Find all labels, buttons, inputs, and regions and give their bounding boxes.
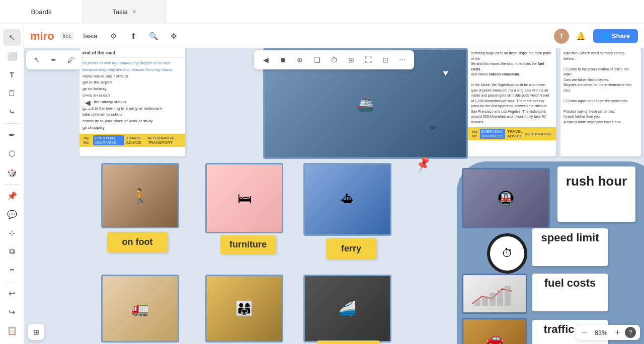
- frame-list-button[interactable]: 📋: [3, 322, 21, 339]
- fullscreen-button[interactable]: ⛶: [361, 52, 376, 67]
- pen-tool[interactable]: ✒: [3, 127, 21, 143]
- help-button[interactable]: ?: [625, 327, 636, 338]
- header: miro free Tasia ⚙ ⬆ 🔍 ✥ T 🔔 🌐 Share: [24, 24, 644, 48]
- nav-left-arrow[interactable]: ◀: [81, 96, 94, 109]
- reading-tags: my life EVERYDAY JOURNEYS TRAVEL ADVICE …: [468, 127, 556, 140]
- reading-text: is finding huge loads on these ships. th…: [468, 48, 556, 127]
- far-right-panel: adjective? Which word normally comes bef…: [560, 48, 641, 156]
- relatives-photo: 👨‍👩‍👧: [205, 275, 283, 342]
- text-edit-button[interactable]: 🖊: [63, 52, 78, 67]
- on-foot-photo: 🚶: [101, 163, 179, 228]
- tab-boards[interactable]: Boards: [0, 0, 83, 24]
- ferry-image: ⛴: [305, 164, 390, 234]
- tab-tasia[interactable]: Tasia ✕: [83, 0, 166, 24]
- ferry-photo: ⛴: [303, 163, 391, 236]
- template-tool[interactable]: ⧉: [3, 243, 21, 260]
- rush-hour-text: rush hour: [566, 174, 627, 189]
- canvas-toolbar: ◀ ⏺ ⊕ ❏ ⏱ ⊞ ⛶ ⊡ ⋯: [254, 50, 414, 69]
- fuel-costs-text: fuel costs: [544, 277, 596, 289]
- sidebar-divider-1: [5, 123, 19, 124]
- speed-dial: ⏱: [502, 247, 513, 260]
- svg-rect-2: [490, 293, 496, 306]
- traffic-photo: 🚗: [462, 318, 527, 344]
- edit-toolbar: ↖ ✒ 🖊: [26, 50, 82, 69]
- share-icon: 🌐: [601, 32, 609, 40]
- relatives-image: 👨‍👩‍👧: [207, 276, 282, 341]
- copy-button[interactable]: ❏: [309, 52, 325, 67]
- ferry-sticky: ferry: [326, 238, 376, 259]
- free-badge: free: [60, 32, 74, 40]
- dice-tool[interactable]: 🎲: [3, 164, 21, 181]
- tab-bar: Boards Tasia ✕: [0, 0, 644, 24]
- on-foot-sticky: on foot: [107, 232, 168, 252]
- svg-rect-1: [482, 296, 488, 306]
- frame-tool[interactable]: ⬜: [3, 48, 21, 64]
- text-tool[interactable]: T: [3, 66, 21, 83]
- lorry-image: 🚛: [103, 276, 178, 341]
- cursor-button[interactable]: ✥: [166, 28, 182, 44]
- close-tab-icon[interactable]: ✕: [132, 9, 136, 15]
- tasia-label: Tasia: [112, 8, 127, 16]
- fuel-costs-card: fuel costs: [532, 274, 608, 311]
- grid-button[interactable]: ⊞: [344, 52, 359, 67]
- undo-button[interactable]: ↩: [3, 285, 21, 302]
- pin-tool[interactable]: 📌: [3, 187, 21, 204]
- traffic-image: 🚗: [463, 319, 526, 344]
- cursor-tool[interactable]: ↖: [3, 29, 21, 46]
- boards-label: Boards: [31, 8, 51, 16]
- sidebar-divider-2: [5, 184, 19, 185]
- back-button[interactable]: ◀: [258, 52, 273, 67]
- reading-panel: is finding huge loads on these ships. th…: [468, 48, 556, 156]
- shapes-tool[interactable]: ⬡: [3, 145, 21, 162]
- redo-button[interactable]: ↪: [3, 304, 21, 320]
- present-button[interactable]: ⊡: [378, 52, 393, 67]
- furniture-sticky: furniture: [220, 235, 276, 254]
- foot-image: 🚶: [103, 164, 178, 227]
- frame-list-bottom-button[interactable]: ⊞: [28, 324, 44, 340]
- furniture-label: furniture: [229, 239, 267, 249]
- railway-image: 🚄: [305, 276, 390, 341]
- text-list-panel: end of the road I'd prefer to visit my r…: [79, 48, 185, 156]
- notification-button[interactable]: 🔔: [573, 28, 589, 44]
- connector-tool[interactable]: ⤷: [3, 104, 21, 120]
- share-button[interactable]: 🌐 Share: [593, 29, 638, 43]
- sidebar: ↖ ⬜ T 🗒 ⤷ ✒ ⬡ 🎲 📌 💬 ⊹ ⧉ •• ↩ ↪ 📋: [0, 24, 24, 344]
- comment-tool[interactable]: 💬: [3, 206, 21, 223]
- ferry-label: ferry: [341, 243, 361, 253]
- speed-limit-text: speed limit: [541, 231, 599, 244]
- panel-tags: my life EVERYDAY JOURNEYS TRAVEL ADVICE …: [79, 134, 185, 147]
- crop-tool[interactable]: ⊹: [3, 225, 21, 241]
- heart-icon: ♥: [443, 68, 448, 78]
- panel-text-content: I'd prefer to visit my relatives by bicy…: [79, 58, 185, 134]
- zoom-controls: − 83% + ?: [576, 325, 640, 340]
- upload-button[interactable]: ⬆: [125, 28, 141, 44]
- fuel-photo: [462, 274, 527, 314]
- draw-cursor: ✏: [430, 123, 436, 132]
- timer-button[interactable]: ⏱: [327, 52, 342, 67]
- furniture-image: 🛏: [207, 164, 282, 232]
- sticky-note-tool[interactable]: 🗒: [3, 85, 21, 102]
- zoom-out-button[interactable]: −: [580, 327, 589, 338]
- search-button[interactable]: 🔍: [145, 28, 162, 44]
- rush-hour-card: rush hour: [557, 166, 635, 222]
- speed-limit-circle: ⏱: [487, 233, 527, 274]
- speed-limit-card: speed limit: [532, 228, 608, 266]
- frame-add-button[interactable]: ⊕: [292, 52, 307, 67]
- record-button[interactable]: ⏺: [275, 52, 290, 67]
- more-canvas-button[interactable]: ⋯: [395, 52, 410, 67]
- avatar[interactable]: T: [554, 29, 569, 44]
- sidebar-divider-3: [5, 282, 19, 282]
- railway-photo: 🚄: [303, 275, 391, 342]
- pen-edit-button[interactable]: ✒: [46, 52, 61, 67]
- select-edit-button[interactable]: ↖: [29, 52, 44, 67]
- railway-station-sticky: railway station: [317, 340, 380, 344]
- share-label: Share: [612, 32, 630, 40]
- panel-title: end of the road: [79, 48, 185, 58]
- on-foot-label: on foot: [122, 237, 153, 247]
- settings-button[interactable]: ⚙: [105, 28, 121, 44]
- svg-rect-3: [497, 290, 503, 306]
- far-right-text: adjective? Which word normally comes bef…: [560, 48, 641, 127]
- zoom-in-button[interactable]: +: [613, 327, 622, 338]
- user-name: Tasia: [82, 32, 97, 40]
- more-tool[interactable]: ••: [3, 262, 21, 279]
